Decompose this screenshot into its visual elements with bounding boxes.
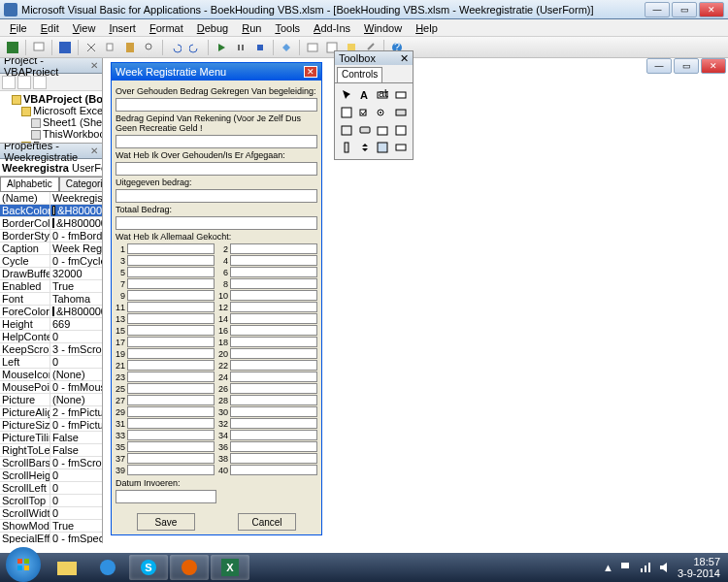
menu-view[interactable]: View [67,21,102,35]
view-code-icon[interactable] [2,76,16,89]
item-input-9[interactable] [127,290,215,301]
tool-label-icon[interactable]: A [357,87,373,103]
paste-icon[interactable] [121,39,139,56]
reset-icon[interactable] [251,39,269,56]
property-row[interactable]: BackColor&H80000 [0,205,102,217]
item-input-15[interactable] [127,325,215,336]
item-input-3[interactable] [127,255,215,266]
property-row[interactable]: HelpContextID0 [0,331,102,343]
view-excel-icon[interactable] [4,39,21,56]
save-icon[interactable] [56,39,74,56]
property-row[interactable]: Cycle0 - fmCycleAllFo [0,255,102,268]
item-input-13[interactable] [127,313,215,324]
item-input-21[interactable] [127,360,215,371]
tool-listbox-icon[interactable] [339,105,354,120]
break-icon[interactable] [232,39,249,56]
tool-textbox-icon[interactable]: ab [375,87,390,103]
properties-grid[interactable]: (Name)WeekregistratieBackColor&H80000Bor… [0,192,102,543]
tool-togglebutton-icon[interactable] [393,105,409,120]
menu-run[interactable]: Run [236,21,267,35]
tab-alphabetic[interactable]: Alphabetic [0,177,59,191]
userform-close-icon[interactable]: ✕ [304,66,317,78]
property-row[interactable]: ScrollHeight0 [0,469,102,482]
item-input-2[interactable] [230,243,317,254]
system-tray[interactable]: ▲ 18:57 3-9-2014 [595,556,728,579]
item-input-10[interactable] [230,290,317,301]
item-input-27[interactable] [127,395,215,405]
close-button[interactable]: ✕ [699,2,724,17]
view-object-icon[interactable] [17,76,31,89]
item-input-26[interactable] [230,383,317,394]
tray-show-hidden-icon[interactable]: ▲ [603,562,613,573]
tool-combobox-icon[interactable] [393,87,409,103]
userform-window[interactable]: Week Registratie Menu ✕ Over Gehouden Be… [111,62,322,535]
menu-file[interactable]: File [4,21,33,35]
property-row[interactable]: ScrollWidth0 [0,507,102,520]
project-close-icon[interactable]: ✕ [90,60,98,71]
taskbar-firefox-icon[interactable] [170,555,209,580]
redo-icon[interactable] [186,39,204,56]
property-row[interactable]: SpecialEffect0 - fmSpecialEffe [0,533,102,543]
form-designer[interactable]: — ▭ ✕ Week Registratie Menu ✕ Over Gehou… [103,58,728,543]
item-input-12[interactable] [230,302,317,312]
item-input-31[interactable] [127,418,215,429]
item-input-34[interactable] [230,430,317,440]
input-afgegaan[interactable] [116,162,317,176]
menu-tools[interactable]: Tools [269,21,306,35]
property-row[interactable]: RightToLeftFalse [0,444,102,457]
item-input-38[interactable] [230,453,317,464]
tool-checkbox-icon[interactable] [357,105,373,120]
item-input-14[interactable] [230,313,317,324]
property-row[interactable]: Height669 [0,318,102,331]
tray-network-icon[interactable] [639,561,652,574]
tray-flag-icon[interactable] [619,561,633,574]
menu-help[interactable]: Help [410,21,444,35]
cancel-button[interactable]: Cancel [238,513,296,531]
item-input-23[interactable] [127,372,215,382]
tool-frame-icon[interactable] [339,122,354,138]
property-row[interactable]: ScrollTop0 [0,495,102,507]
start-button[interactable] [6,547,41,582]
item-input-20[interactable] [230,348,317,359]
maximize-button[interactable]: ▭ [672,2,697,17]
item-input-5[interactable] [127,267,215,277]
copy-icon[interactable] [102,39,119,56]
item-input-1[interactable] [127,243,215,254]
item-input-22[interactable] [230,360,317,371]
item-input-25[interactable] [127,383,215,394]
property-row[interactable]: DrawBuffer32000 [0,268,102,280]
item-input-19[interactable] [127,348,215,359]
item-input-39[interactable] [127,465,215,475]
menu-edit[interactable]: Edit [35,21,65,35]
property-row[interactable]: MousePointer0 - fmMousePoin [0,381,102,394]
item-input-33[interactable] [127,430,215,440]
mdi-minimize-button[interactable]: — [646,58,672,74]
input-uitgegeven[interactable] [116,189,317,203]
item-input-29[interactable] [127,406,215,417]
insert-userform-icon[interactable] [30,39,48,56]
property-row[interactable]: MouseIcon(None) [0,369,102,381]
item-input-6[interactable] [230,267,317,277]
menu-format[interactable]: Format [144,21,189,35]
toggle-folders-icon[interactable] [33,76,47,89]
toolbox-close-icon[interactable]: ✕ [400,52,409,65]
property-row[interactable]: Left0 [0,356,102,369]
tool-commandbutton-icon[interactable] [357,122,373,138]
find-icon[interactable] [141,39,158,56]
item-input-28[interactable] [230,395,317,405]
taskbar-ie-icon[interactable] [88,555,127,580]
taskbar-excel-icon[interactable]: X [211,555,249,580]
undo-icon[interactable] [167,39,184,56]
project-tree[interactable]: VBAProject (BoekHoudi Microsoft Excel Ob… [0,91,102,144]
menu-addins[interactable]: Add-Ins [308,21,356,35]
design-mode-icon[interactable] [278,39,295,56]
tray-volume-icon[interactable] [658,561,672,574]
tool-scrollbar-icon[interactable] [339,140,354,155]
property-row[interactable]: FontTahoma [0,293,102,306]
tool-tabstrip-icon[interactable] [375,122,390,138]
property-row[interactable]: Picture(None) [0,394,102,406]
input-datum[interactable] [116,490,216,503]
item-input-24[interactable] [230,372,317,382]
toolbox-window[interactable]: Toolbox✕ Controls A ab [334,50,414,160]
properties-close-icon[interactable]: ✕ [90,146,98,156]
